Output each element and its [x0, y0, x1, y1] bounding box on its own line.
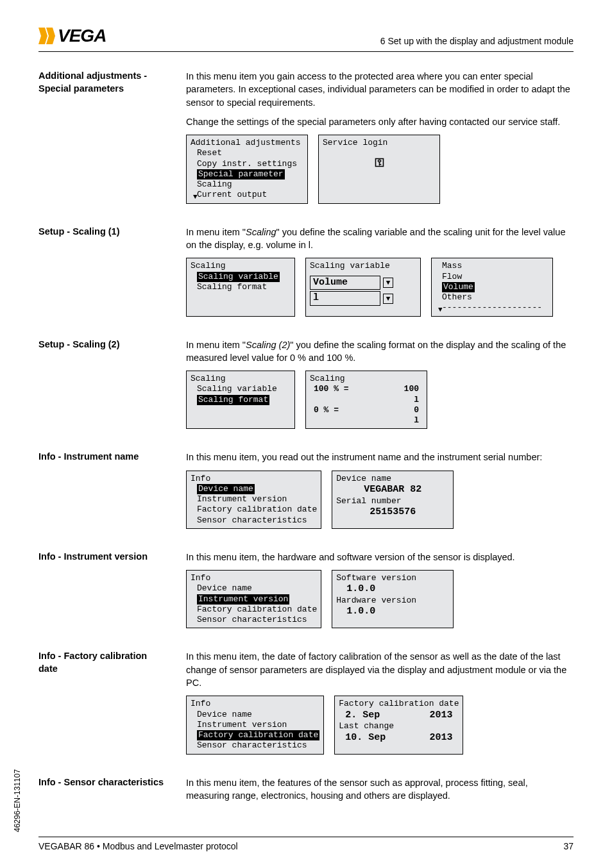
- label-sensor-char: Info - Sensor characteristics: [38, 776, 167, 789]
- value-device-name: VEGABAR 82: [336, 484, 449, 496]
- lcd-line: Sensor characteristics: [191, 615, 317, 625]
- lcd-title: Info: [191, 573, 317, 583]
- lcd-line: Factory calibration date: [339, 699, 459, 709]
- content-instr-name: In this menu item, you read out the inst…: [186, 451, 574, 533]
- lcd-line: Instrument version: [191, 494, 317, 505]
- lcd-title: Scaling: [191, 374, 291, 384]
- label-additional: Additional adjustments - Special paramet…: [38, 70, 167, 95]
- lcd-line: Current output: [191, 190, 303, 200]
- section-additional: Additional adjustments - Special paramet…: [38, 70, 574, 208]
- lcd-additional-menu: Additional adjustments Reset Copy instr.…: [186, 135, 308, 204]
- page-header: VEGA 6 Set up with the display and adjus…: [38, 26, 574, 52]
- lcd-line: Scaling variable: [191, 384, 291, 394]
- footer-page-number: 37: [563, 841, 574, 851]
- lcd-scaling-variable: Scaling variable Volume ▼ l ▼: [305, 258, 421, 316]
- scroll-down-icon: ▼: [193, 193, 198, 202]
- additional-p1: In this menu item you gain access to the…: [186, 70, 574, 109]
- section-factory-calibration: Info - Factory calibration date In this …: [38, 650, 574, 758]
- unit-row-100: l: [310, 395, 423, 405]
- content-additional: In this menu item you gain access to the…: [186, 70, 574, 208]
- lcd-selected: Special parameter: [197, 169, 285, 179]
- lcd-selected: Volume: [442, 282, 475, 292]
- lcd-calibration-date: Factory calibration date 2. Sep2013 Last…: [334, 696, 463, 754]
- lcd-line: Others: [436, 292, 548, 303]
- label-fac-cal: Info - Factory calibration date: [38, 650, 167, 675]
- sensor-char-p1: In this menu item, the features of the s…: [186, 776, 574, 803]
- value-row-0: 0 % =0: [310, 405, 423, 415]
- value-row-100: 100 % =100: [310, 384, 423, 394]
- lcd-line: Scaling format: [191, 282, 291, 292]
- label-instr-name: Info - Instrument name: [38, 451, 167, 463]
- value-hw-version: 1.0.0: [336, 606, 449, 618]
- lcd-title: Scaling: [310, 374, 423, 384]
- lcd-title: Info: [191, 474, 317, 484]
- lcd-line: Device name: [336, 474, 449, 484]
- lcd-line: Serial number: [336, 496, 449, 506]
- value-unit: l: [310, 291, 380, 306]
- lcd-selected: Factory calibration date: [197, 730, 319, 740]
- lcd-scaling-options: Mass Flow Volume Others ----------------…: [431, 258, 553, 316]
- lcd-title: Info: [191, 699, 319, 709]
- fac-cal-p1: In this menu item, the date of factory c…: [186, 650, 574, 689]
- lcd-version: Software version 1.0.0 Hardware version …: [332, 570, 454, 628]
- lcd-line: Device name: [191, 710, 319, 720]
- section-title: 6 Set up with the display and adjustment…: [380, 36, 574, 46]
- lcd-line: Mass: [436, 261, 548, 271]
- lcd-scaling2-values: Scaling 100 % =100 l 0 % =0 l: [305, 371, 427, 429]
- key-icon: ⚿: [375, 158, 384, 169]
- brand-logo: VEGA: [38, 26, 106, 46]
- scroll-down-icon: ▼: [438, 306, 443, 315]
- lcd-line: Last change: [339, 721, 459, 731]
- lcd-line: Instrument version: [191, 720, 319, 730]
- logo-mark-icon: [38, 28, 56, 44]
- lcd-device-name: Device name VEGABAR 82 Serial number 251…: [332, 471, 454, 529]
- section-instrument-name: Info - Instrument name In this menu item…: [38, 451, 574, 533]
- logo-text: VEGA: [58, 26, 106, 46]
- lcd-scaling2-menu: Scaling Scaling variable Scaling format: [186, 371, 295, 429]
- lcd-line: Device name: [191, 583, 317, 594]
- svg-marker-0: [38, 28, 47, 44]
- lcd-selected: Instrument version: [197, 594, 289, 605]
- lcd-info-menu: Info Device name Instrument version Fact…: [186, 696, 324, 754]
- lcd-service-login: Service login ⚿: [318, 135, 440, 204]
- dropdown-icon: ▼: [383, 278, 393, 288]
- lcd-line: Factory calibration date: [191, 505, 317, 515]
- scaling1-p1: In menu item "Scaling" you define the sc…: [186, 226, 574, 252]
- lcd-line: Sensor characteristics: [191, 740, 319, 751]
- lcd-title: Scaling variable: [310, 261, 416, 271]
- section-scaling-2: Setup - Scaling (2) In menu item "Scalin…: [38, 338, 574, 433]
- value-last-change: 10. Sep2013: [339, 732, 459, 744]
- page-footer: VEGABAR 86 • Modbus and Levelmaster prot…: [38, 837, 574, 851]
- document-id-side: 46296-EN-131107: [13, 769, 22, 832]
- lcd-line: Flow: [436, 272, 548, 282]
- lcd-line: Hardware version: [336, 596, 449, 606]
- lcd-line: Sensor characteristics: [191, 515, 317, 526]
- label-scaling1: Setup - Scaling (1): [38, 226, 167, 238]
- content-instr-ver: In this menu item, the hardware and soft…: [186, 551, 574, 633]
- instr-name-p1: In this menu item, you read out the inst…: [186, 451, 574, 463]
- lcd-line: Copy instr. settings: [191, 159, 303, 169]
- content-sensor-char: In this menu item, the features of the s…: [186, 776, 574, 809]
- lcd-title: Additional adjustments: [191, 138, 303, 148]
- instr-ver-p1: In this menu item, the hardware and soft…: [186, 551, 574, 563]
- lcd-scaling-menu: Scaling Scaling variable Scaling format: [186, 258, 295, 316]
- unit-row-0: l: [310, 415, 423, 426]
- dropdown-icon: ▼: [383, 294, 393, 304]
- lcd-title: Scaling: [191, 261, 291, 271]
- value-cal-date: 2. Sep2013: [339, 710, 459, 722]
- section-sensor-characteristics: Info - Sensor characteristics In this me…: [38, 776, 574, 809]
- lcd-line: Scaling: [191, 179, 303, 190]
- lcd-info-menu: Info Device name Instrument version Fact…: [186, 570, 321, 628]
- lcd-line: Factory calibration date: [191, 605, 317, 615]
- lcd-selected: Device name: [197, 484, 255, 494]
- label-instr-ver: Info - Instrument version: [38, 551, 167, 563]
- label-scaling2: Setup - Scaling (2): [38, 338, 167, 351]
- lcd-divider: --------------------: [436, 303, 548, 313]
- content-scaling2: In menu item "Scaling (2)" you define th…: [186, 338, 574, 433]
- lcd-line: Reset: [191, 148, 303, 158]
- lcd-line: Software version: [336, 573, 449, 583]
- value-serial: 25153576: [336, 506, 449, 519]
- scaling2-p1: In menu item "Scaling (2)" you define th…: [186, 338, 574, 365]
- section-scaling-1: Setup - Scaling (1) In menu item "Scalin…: [38, 226, 574, 321]
- svg-marker-1: [46, 28, 55, 44]
